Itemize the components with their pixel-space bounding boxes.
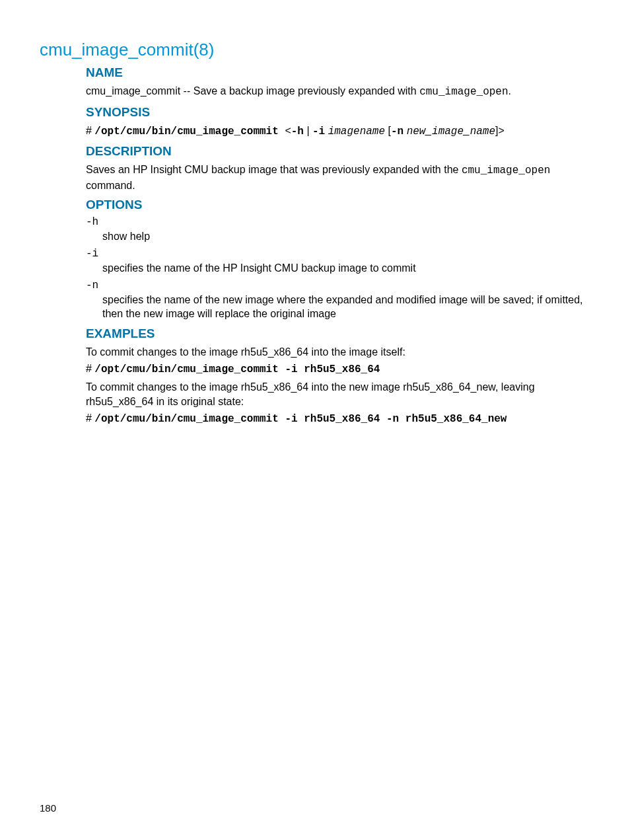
page-number: 180: [40, 802, 56, 814]
synopsis-cmd: /opt/cmu/bin/cmu_image_commit: [94, 126, 285, 137]
option-desc: show help: [102, 229, 590, 244]
synopsis-lt: <: [285, 125, 291, 136]
name-code: cmu_image_open: [419, 86, 508, 98]
option-term: -h: [86, 216, 590, 228]
section-examples-heading: EXAMPLES: [86, 326, 590, 341]
option-term: -i: [86, 248, 590, 260]
option-desc: specifies the name of the new image wher…: [102, 293, 590, 321]
synopsis-prompt: #: [86, 125, 94, 136]
section-options-heading: OPTIONS: [86, 198, 590, 212]
description-text: Saves an HP Insight CMU backup image tha…: [86, 163, 590, 192]
synopsis-opt-n: -n: [391, 126, 403, 137]
name-suffix: .: [508, 85, 511, 96]
option-term: -n: [86, 280, 590, 291]
synopsis-opt-h: -h: [291, 126, 304, 137]
page-title: cmu_image_commit(8): [40, 40, 590, 60]
desc-prefix: Saves an HP Insight CMU backup image tha…: [86, 164, 462, 175]
ex2-prompt: #: [86, 412, 94, 424]
desc-code: cmu_image_open: [462, 165, 550, 176]
section-synopsis-heading: SYNOPSIS: [86, 105, 590, 120]
synopsis-gt: >: [499, 125, 505, 136]
synopsis-opt-i: -i: [312, 126, 325, 137]
example1-cmd: # /opt/cmu/bin/cmu_image_commit -i rh5u5…: [86, 362, 590, 377]
example2-text: To commit changes to the image rh5u5_x86…: [86, 380, 590, 408]
synopsis-arg2: new_image_name: [407, 126, 495, 137]
section-name-heading: NAME: [86, 65, 590, 80]
desc-suffix: command.: [86, 180, 135, 191]
man-page: cmu_image_commit(8) NAME cmu_image_commi…: [0, 0, 630, 456]
section-description-heading: DESCRIPTION: [86, 144, 590, 159]
ex2-code: /opt/cmu/bin/cmu_image_commit -i rh5u5_x…: [94, 413, 507, 425]
option-desc: specifies the name of the HP Insight CMU…: [102, 261, 590, 276]
example1-text: To commit changes to the image rh5u5_x86…: [86, 345, 590, 360]
synopsis-arg1: imagename: [328, 126, 385, 137]
synopsis-line: # /opt/cmu/bin/cmu_image_commit <-h | -i…: [86, 124, 590, 139]
ex1-prompt: #: [86, 363, 94, 374]
example2-cmd: # /opt/cmu/bin/cmu_image_commit -i rh5u5…: [86, 411, 590, 427]
synopsis-pipe: |: [304, 125, 312, 136]
name-text: cmu_image_commit -- Save a backup image …: [86, 84, 590, 100]
ex1-code: /opt/cmu/bin/cmu_image_commit -i rh5u5_x…: [94, 363, 380, 375]
name-prefix: cmu_image_commit -- Save a backup image …: [86, 85, 419, 96]
